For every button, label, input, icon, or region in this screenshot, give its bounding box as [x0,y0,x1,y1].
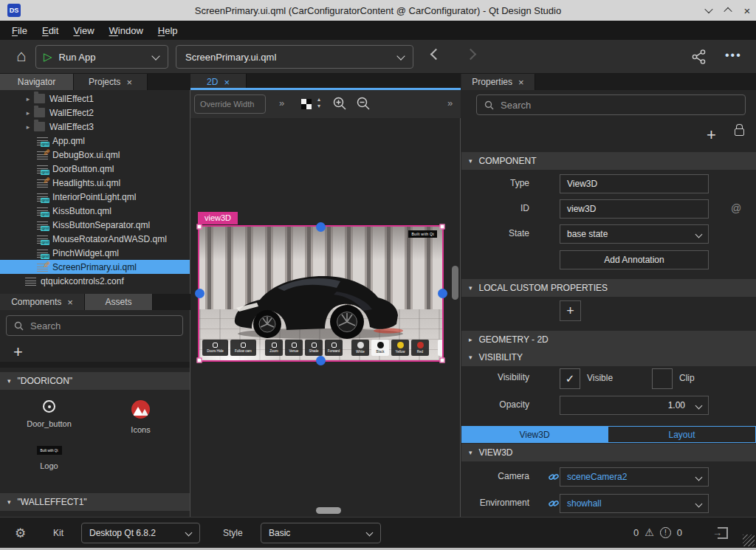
add-property-button[interactable]: + [707,127,716,143]
tree-item[interactable]: ScreenPrimary.ui.qml [0,260,190,274]
back-button[interactable] [430,49,442,61]
close-icon[interactable]: × [518,77,524,88]
selection-handle[interactable] [197,224,202,230]
binding-link-icon[interactable] [549,498,559,509]
subtab-view3d[interactable]: View3D [461,426,608,443]
clip-checkbox[interactable] [652,368,673,389]
override-width-input[interactable] [195,95,265,113]
components-search-input[interactable] [30,320,165,331]
share-icon[interactable] [691,49,707,65]
component-item[interactable]: Icons [98,400,183,446]
environment-dropdown[interactable]: showhall [560,494,709,513]
selection-handle[interactable] [318,224,323,230]
scene-button-doors-hide[interactable]: Doors Hide [202,340,228,356]
selection-handle[interactable] [197,291,202,296]
open-file-selector[interactable]: ScreenPrimary.ui.qml [176,45,413,69]
scene-button-yellow[interactable]: Yellow [391,340,409,356]
tree-item[interactable]: Headlights.ui.qml [0,176,190,190]
menu-item-help[interactable]: Help [151,21,185,40]
menu-item-window[interactable]: Window [102,21,151,40]
overflow-chevrons-icon[interactable]: » [447,97,453,109]
visible-checkbox[interactable]: ✓ [560,368,580,389]
scene-button-light[interactable]: Light [438,340,442,356]
scene-button-white[interactable]: White [351,340,369,356]
close-icon[interactable]: × [67,297,73,308]
add-custom-property-button[interactable]: + [560,300,581,321]
id-field[interactable]: view3D [560,199,709,219]
menu-item-view[interactable]: View [66,21,101,40]
alias-export-icon[interactable]: @ [731,202,741,214]
kit-dropdown[interactable]: Desktop Qt 6.8.2 [81,523,200,543]
overflow-chevrons-icon[interactable]: » [279,97,284,109]
vertical-scrollbar[interactable] [452,266,458,300]
forward-button[interactable] [465,49,477,61]
open-output-pane-icon[interactable] [718,527,728,539]
add-annotation-button[interactable]: Add Annotation [560,250,709,269]
section-visibility[interactable]: ▾ VISIBILITY [461,348,756,366]
component-item[interactable]: Built with QtLogo [7,446,92,492]
tree-item[interactable]: PinchWidget.qml [0,246,190,260]
selection-handle[interactable] [440,224,445,230]
tree-item[interactable]: InteriorPointLight.qml [0,190,190,204]
tab-navigator[interactable]: Navigator [0,74,74,90]
section-geometry-2d[interactable]: ▸ GEOMETRY - 2D [461,331,756,348]
more-options-icon[interactable]: ••• [725,49,742,62]
camera-dropdown[interactable]: sceneCamera2 [560,467,709,487]
selection-handle[interactable] [197,358,202,363]
sort-arrows-icon[interactable]: ▴▾ [317,97,320,110]
section-view3d[interactable]: ▾ VIEW3D [461,444,756,461]
background-checker-icon[interactable] [301,99,312,109]
menu-item-edit[interactable]: Edit [35,21,66,40]
home-icon[interactable]: ⌂ [16,47,26,66]
tree-item[interactable]: MouseRotatorAndWASD.qml [0,232,190,246]
selection-handle[interactable] [440,291,445,296]
add-component-button[interactable]: + [13,344,23,360]
scene-button-shade[interactable]: Shade [305,340,323,356]
tree-item[interactable]: ▸WallEffect2 [0,106,190,120]
section-walleffect1[interactable]: ▾ "WALLEFFECT1" [0,493,190,511]
section-dooricon[interactable]: ▾ "DOORICON" [0,372,190,390]
lock-icon[interactable] [735,128,744,136]
scene-button-forward[interactable]: Forward [325,340,343,356]
expand-chevron-icon[interactable]: ▸ [22,123,34,131]
issue-counts[interactable]: 0 ⚠ ! 0 [633,526,682,538]
properties-search[interactable] [476,94,746,115]
maximize-button[interactable] [719,0,737,21]
state-dropdown[interactable]: base state [560,224,709,244]
type-field[interactable]: View3D [560,174,709,193]
expand-chevron-icon[interactable]: ▸ [22,95,34,103]
section-local-custom-properties[interactable]: ▾ LOCAL CUSTOM PROPERTIES [461,279,756,297]
zoom-out-icon[interactable] [356,96,371,111]
close-icon[interactable]: × [224,77,230,88]
horizontal-scrollbar[interactable] [316,507,341,514]
selection-handle[interactable] [318,358,323,363]
tree-item[interactable]: DebugBox.ui.qml [0,148,190,162]
run-app-button[interactable]: ▷ Run App [35,45,168,69]
expand-chevron-icon[interactable]: ▸ [22,109,34,117]
style-dropdown[interactable]: Basic [261,523,381,543]
scene-button-red[interactable]: Red [411,340,429,356]
resize-grip[interactable] [743,534,755,546]
opacity-field[interactable]: 1.00 [560,396,709,415]
tab-properties[interactable]: Properties × [461,74,535,90]
properties-search-input[interactable] [501,100,709,111]
scene-button-zoom[interactable]: Zoom [265,340,283,356]
scene-button-black[interactable]: Black [371,340,389,356]
tree-item[interactable]: ▸WallEffect3 [0,120,190,134]
tree-item[interactable]: KissButton.qml [0,204,190,218]
close-icon[interactable]: × [126,77,132,88]
gear-icon[interactable]: ⚙ [15,526,26,541]
tree-item[interactable]: qtquickcontrols2.conf [0,274,190,288]
tree-item[interactable]: DoorButton.qml [0,162,190,176]
design-canvas[interactable]: view3D Built with Qt [190,118,460,517]
close-button[interactable]: × [738,0,756,21]
scene-button-follow-cam[interactable]: Follow cam [230,340,256,356]
minimize-button[interactable] [700,0,718,21]
subtab-layout[interactable]: Layout [608,426,756,443]
override-width-field[interactable] [194,94,266,114]
scene-button-venue[interactable]: Venue [285,340,303,356]
components-search[interactable] [6,315,183,336]
tab-projects[interactable]: Projects × [74,74,148,90]
selection-handle[interactable] [440,358,445,363]
zoom-in-icon[interactable] [332,96,347,111]
